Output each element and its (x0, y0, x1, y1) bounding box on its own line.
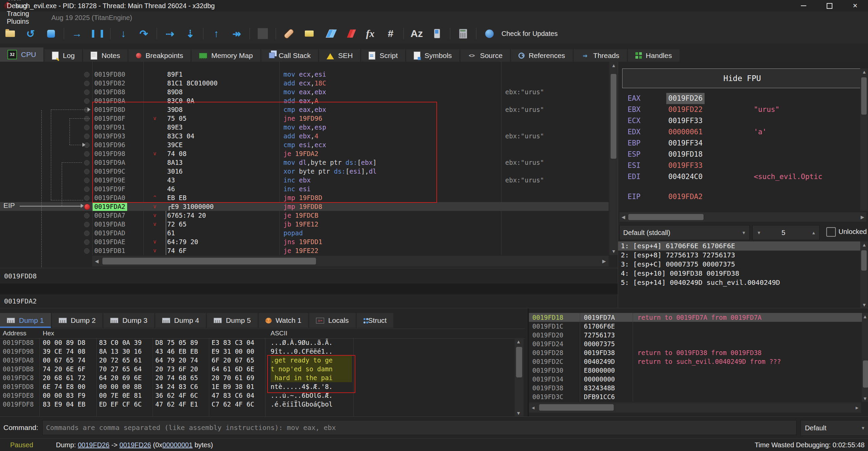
breakpoint-dot[interactable] (84, 248, 90, 254)
dump-vscrollbar[interactable]: ▲ ▼ (515, 338, 524, 417)
label-icon[interactable] (322, 27, 337, 40)
register-row[interactable]: ESP0019FD18 (618, 149, 855, 160)
stack-row[interactable]: 0019FD3CDFB91CC6 (529, 392, 863, 401)
stack-row[interactable]: 0019FD3400000000 (529, 375, 863, 384)
tab-dump-5[interactable]: Dump 5 (207, 313, 258, 328)
menu-debug[interactable]: Debug (0, 2, 45, 10)
comment-icon[interactable] (302, 27, 317, 40)
modules-icon[interactable] (430, 27, 445, 40)
trace-into-icon[interactable]: ⇣ (183, 27, 198, 40)
breakpoint-dot[interactable] (84, 178, 90, 183)
dump-row[interactable]: 0019FD9839 CE 74 088A 13 30 1643 46 EB E… (0, 347, 514, 356)
stack-vscrollbar[interactable]: ▲ ▼ (862, 313, 868, 402)
register-row[interactable]: EBP0019FF34 (618, 138, 855, 149)
tab-handles[interactable]: Handles (628, 49, 679, 62)
breakpoint-dot[interactable] (84, 195, 90, 201)
check-updates-icon[interactable] (482, 27, 497, 40)
tab-memory-map[interactable]: Memory Map (192, 49, 260, 62)
breakpoint-dot[interactable] (84, 222, 90, 227)
command-profile-select[interactable]: Default▼ (801, 420, 868, 436)
close-button[interactable]: ✕ (842, 0, 868, 12)
breakpoint-dot[interactable] (84, 213, 90, 218)
step-over-icon[interactable]: ↷ (136, 27, 151, 40)
stack-row[interactable]: 0019FD388324348B (529, 384, 863, 392)
tab-locals[interactable]: x=Locals (309, 313, 356, 328)
stack-panel[interactable]: 0019FD180019FD7Areturn to 0019FD7A from … (528, 308, 868, 417)
run-icon[interactable]: → (70, 27, 84, 40)
breakpoint-dot[interactable] (84, 151, 90, 157)
args-vscrollbar[interactable]: ▲ ▼ (860, 241, 868, 308)
argument-row[interactable]: 5: [esp+14] 0040249D such_evil.0040249D (618, 278, 862, 287)
stop-icon[interactable] (43, 27, 58, 40)
calculator-icon[interactable] (456, 27, 471, 40)
dump-size-link[interactable]: 00000001 (162, 441, 193, 449)
dump-row[interactable]: 0019FDE800 00 83 F900 7E 0E 8136 62 4F 6… (0, 391, 514, 400)
stack-row[interactable]: 0019FD2400007375 (529, 339, 863, 348)
registers-panel[interactable]: Hide FPU EAX0019FD26EBX0019FD22"urus"ECX… (618, 62, 868, 308)
register-row[interactable]: EDI004024C0<such_evil.Optic (618, 171, 855, 182)
dump-row[interactable]: 0019FDF883 E9 04 EBED EF CF 6C47 62 4F E… (0, 400, 514, 409)
registers-hscrollbar[interactable]: ◀ ▶ (619, 212, 866, 222)
disasm-row[interactable]: 0019FDA7v6765:74 20je 19FDCB (0, 211, 609, 220)
disasm-row[interactable]: 0019FDABv72 65jb 19FE12 (0, 220, 609, 229)
dump-row[interactable]: 0019FDD86E 74 E8 0000 00 00 8B34 24 83 C… (0, 382, 514, 391)
tab-breakpoints[interactable]: Breakpoints (129, 49, 191, 62)
tab-cpu[interactable]: 32CPU (0, 47, 43, 62)
tab-script[interactable]: Script (361, 49, 405, 62)
tab-notes[interactable]: Notes (83, 49, 127, 62)
breakpoint-dot[interactable] (84, 239, 90, 245)
breakpoint-dot[interactable] (84, 81, 90, 86)
dump-row[interactable]: 0019FD8800 00 89 D883 C0 0A 39D8 75 05 8… (0, 338, 514, 347)
stack-hscrollbar[interactable]: ◀ ▶ (529, 403, 861, 413)
breakpoint-dot[interactable] (84, 231, 90, 236)
dump-from-link[interactable]: 0019FD26 (78, 441, 109, 449)
disasm-row[interactable]: 0019FDAEv64:79 20jns 19FDD1 (0, 237, 609, 246)
stack-row[interactable]: 0019FD2072756173 (529, 331, 863, 339)
argument-row[interactable]: 4: [esp+10] 0019FD38 0019FD38 (618, 269, 862, 278)
dump-table[interactable]: 0019FD8800 00 89 D883 C0 0A 39D8 75 05 8… (0, 338, 525, 417)
argument-count-spinner[interactable]: ▼ 5 ▲ (752, 225, 820, 240)
command-input[interactable] (42, 420, 796, 435)
argument-row[interactable]: 2: [esp+8] 72756173 72756173 (618, 251, 862, 260)
disasm-row[interactable]: 0019FDB1v74 6Fje 19FE22 (0, 246, 609, 255)
register-row[interactable]: ESI0019FF33 (618, 160, 855, 171)
open-file-icon[interactable] (3, 27, 18, 40)
tab-symbols[interactable]: Symbols (406, 49, 459, 62)
tab-watch-1[interactable]: Watch 1 (259, 313, 308, 328)
disasm-row[interactable]: 0019FD8281C1 8C010000add ecx,18C (0, 79, 609, 87)
register-row[interactable]: EIP0019FDA2 (618, 191, 855, 202)
pause-icon[interactable] (90, 27, 105, 40)
trace-over-icon[interactable]: ⇢ (162, 27, 177, 40)
hash-icon[interactable]: # (383, 27, 398, 40)
tab-struct[interactable]: Struct (357, 313, 394, 328)
disasm-row[interactable]: 0019FDA2v┌E9 31000000jmp 19FDD8 (0, 202, 609, 211)
tab-dump-3[interactable]: Dump 3 (103, 313, 154, 328)
breakpoint-dot[interactable] (84, 187, 90, 192)
unlocked-checkbox[interactable] (826, 227, 836, 237)
tab-call-stack[interactable]: Call Stack (261, 49, 318, 62)
maximize-button[interactable] (816, 0, 842, 12)
run-to-user-code-icon[interactable]: ↠ (229, 27, 244, 40)
tab-log[interactable]: Log (44, 49, 82, 62)
breakpoint-dot[interactable] (84, 169, 90, 174)
disasm-hscrollbar[interactable]: ◀ ▶ (92, 256, 609, 267)
calling-convention-select[interactable]: Default (stdcall)▼ (619, 225, 750, 240)
breakpoint-dot[interactable] (84, 125, 90, 130)
function-icon[interactable]: fx (363, 27, 378, 40)
check-updates-label[interactable]: Check for Updates (501, 30, 558, 38)
register-row[interactable]: EDX00000061'a' (618, 126, 855, 138)
breakpoint-dot[interactable] (84, 98, 90, 104)
disasm-row[interactable]: 0019FD8089F1mov ecx,esi (0, 70, 609, 79)
stack-row[interactable]: 0019FD280019FD38return to 0019FD38 from … (529, 348, 863, 357)
registers-vscrollbar[interactable]: ▲ (860, 68, 868, 211)
stack-row[interactable]: 0019FD30E8000000 (529, 366, 863, 375)
breakpoint-dot[interactable] (84, 134, 90, 139)
dump-row[interactable]: 0019FDC820 68 61 7264 20 69 6E20 74 68 6… (0, 373, 514, 382)
stack-row[interactable]: 0019FD1C61706F6E (529, 322, 863, 331)
strings-az-icon[interactable]: Az (409, 27, 424, 40)
tab-dump-1[interactable]: Dump 1 (0, 313, 51, 328)
menu-tracing[interactable]: Tracing (0, 10, 45, 18)
tab-threads[interactable]: ⇒Threads (574, 49, 627, 62)
disassembly-panel[interactable]: 0019FD8089F1mov ecx,esi0019FD8281C1 8C01… (0, 62, 618, 268)
breakpoint-dot[interactable] (84, 160, 90, 165)
